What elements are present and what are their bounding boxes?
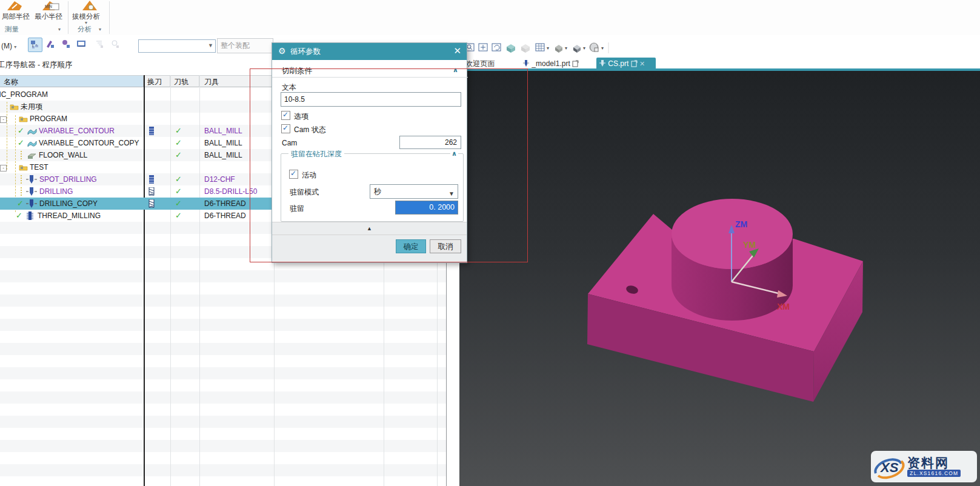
collapse-icon[interactable]: - [0,116,7,123]
measure-group-arrow-icon[interactable]: ▾ [58,27,61,32]
row-label: TEST [30,161,48,173]
verify-toolpath-icon[interactable] [75,38,88,51]
section-cutting-conditions[interactable]: 切削条件 [282,66,312,76]
toolpath-check-icon: ✓ [175,149,182,161]
complete-check-icon: ✓ [18,125,24,137]
text-label: 文本 [282,82,296,93]
wireframe-display-icon [521,44,530,53]
tool-label: BALL_MILL [204,149,242,161]
watermark-site-name: 资料网 [907,456,961,470]
row-label: PROGRAM [30,113,67,125]
column-header-name[interactable]: 名称 [0,75,144,87]
active-checkbox-row[interactable]: 活动 [289,170,316,178]
collapse-icon[interactable]: - [0,165,7,171]
drill-icon [26,187,37,196]
model-3d: ZM YM XM [459,71,980,486]
folder-icon [19,164,28,171]
row-label: THREAD_MILLING [38,210,101,222]
option-checkbox-row[interactable]: 选项 [281,111,308,119]
generate-toolpath-icon[interactable] [59,38,73,51]
floor-wall-icon [27,151,37,159]
thread-mill-icon [25,211,35,220]
graphics-viewport[interactable]: ZM YM XM [459,71,980,486]
toolpath-check-icon: ✓ [175,198,182,210]
collapse-chevron-icon[interactable]: ∧ [453,66,458,74]
tool-label: D6-THREAD [204,210,246,222]
tree-guide [21,187,22,196]
modified-icon [572,60,579,67]
disabled-tool-icon-2 [109,38,122,51]
group-analysis[interactable]: 分析 [78,25,92,34]
shaded-display-icon [507,44,515,53]
refresh-view-icon [492,44,501,51]
row-label: VARIABLE_CONTOUR [39,125,115,137]
row-label: SPOT_DRILLING [39,173,97,185]
tree-guide [21,175,22,184]
dwell-mode-label: 驻留模式 [290,187,319,198]
analysis-group-arrow-icon[interactable]: ▾ [99,27,101,32]
dwell-label: 驻留 [290,204,304,214]
view-toolbar: ▾ ▾ ▾ ▾ [448,40,667,57]
folder-icon [10,103,19,110]
toolpath-check-icon: ✓ [175,125,182,137]
gear-icon: ⚙ [278,46,286,56]
cam-value-input[interactable]: 262 [399,136,461,149]
assembly-scope-field[interactable]: 整个装配 [217,38,273,53]
watermark-url: ZL.XS1616.COM [907,470,961,477]
checkbox-checked-icon[interactable] [281,124,290,133]
close-tab-icon[interactable]: ✕ [639,60,645,67]
toolpath-check-icon: ✓ [175,137,182,149]
drill-icon [26,199,37,208]
folder-icon [19,115,28,122]
ribbon: MIN 局部半径 最小半径 拔模分析 ▾ 测量 ▾ 分析 ▾ [0,0,980,36]
checkbox-checked-icon[interactable] [281,111,290,120]
svg-text:XS: XS [879,460,899,475]
cam-status-checkbox-row[interactable]: Cam 状态 [281,124,326,133]
y-axis-label: YM [743,240,756,250]
selection-filter-combobox[interactable]: ▼ [138,39,216,53]
navigator-view-icon[interactable] [28,38,42,52]
menu-button[interactable]: (M) ▾ [1,42,16,50]
button-local-radius[interactable]: 局部半径 [2,12,30,21]
dialog-collapse-button[interactable]: ▲ [272,222,467,235]
cycle-parameters-dialog: ⚙ 循环参数 ✕ 切削条件 ∧ 文本 10-8.5 选项 Cam 状态 Cam … [272,42,467,263]
svg-text:▾: ▾ [547,45,549,51]
dialog-close-icon[interactable]: ✕ [453,45,461,56]
text-input[interactable]: 10-8.5 [281,92,461,107]
svg-text:▾: ▾ [565,45,567,51]
svg-text:▾: ▾ [601,45,604,51]
svg-text:▾: ▾ [583,45,585,51]
row-label: FLOOR_WALL [39,149,87,161]
cancel-button[interactable]: 取消 [430,239,461,253]
view-orient-icon [573,45,581,53]
xs-logo-icon: XS [871,453,906,481]
dwell-mode-dropdown[interactable]: 秒 ▼ [370,184,458,199]
group-title[interactable]: 驻留在钻孔深度 [288,149,344,159]
toolpath-check-icon: ✓ [175,210,182,222]
collapse-chevron-icon[interactable]: ∧ [450,150,458,158]
tool-label: D12-CHF [204,173,235,185]
row-label: DRILLING [39,185,73,198]
row-label: 未用项 [21,101,42,113]
material-display-icon [590,43,598,52]
button-min-radius[interactable]: 最小半径 [35,12,62,21]
dwell-value-input[interactable]: 0. 2000 [395,201,458,215]
column-header-toolpath[interactable]: 刀轨 [171,75,199,87]
watermark: XS 资料网 ZL.XS1616.COM [871,451,977,482]
toolpath-check-icon: ✓ [175,185,182,198]
dwell-group-box: 驻留在钻孔深度 ∧ 活动 驻留模式 秒 ▼ 驻留 0. 2000 [281,153,464,222]
column-header-tool-change[interactable]: 换刀 [144,75,170,87]
zoom-window-icon [479,44,487,51]
dialog-footer: ▲ 确定 取消 [272,222,467,262]
checkbox-checked-icon[interactable] [289,170,298,179]
edit-operation-icon[interactable] [44,38,57,51]
part-icon [599,59,606,67]
navigator-title: 工序导航器 - 程序顺序 [0,60,73,70]
ok-button[interactable]: 确定 [396,239,426,253]
modified-icon [631,60,638,67]
toolpath-check-icon: ✓ [175,173,182,185]
group-measure[interactable]: 测量 [5,25,19,34]
complete-check-icon: ✓ [16,210,22,222]
dialog-titlebar[interactable]: ⚙ 循环参数 ✕ [272,43,467,60]
x-axis-label: XM [777,302,790,311]
